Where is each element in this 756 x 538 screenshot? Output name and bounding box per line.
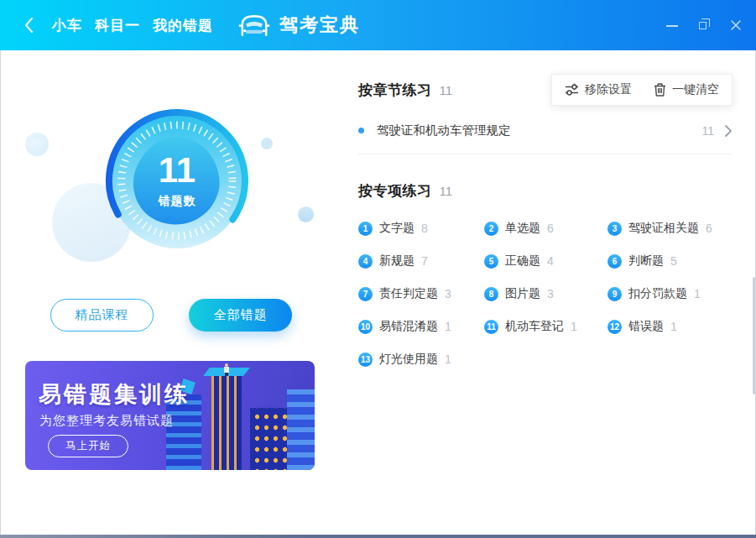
close-button[interactable] bbox=[729, 18, 743, 32]
special-section-count: 11 bbox=[440, 184, 453, 198]
gauge-readout: 11 错题数 bbox=[102, 106, 252, 255]
special-item-registration[interactable]: 11 机动车登记 1 bbox=[484, 319, 607, 334]
back-button[interactable] bbox=[12, 17, 45, 34]
number-badge: 13 bbox=[358, 353, 373, 367]
special-item-lights[interactable]: 13 灯光使用题 1 bbox=[358, 352, 484, 367]
banner-subtitle: 为您整理考友易错试题 bbox=[39, 413, 174, 429]
special-item-count: 3 bbox=[445, 287, 451, 300]
all-wrong-questions-button[interactable]: 全部错题 bbox=[189, 299, 292, 332]
chevron-right-icon bbox=[724, 124, 733, 138]
sliders-icon bbox=[565, 83, 579, 97]
bullet-dot-icon bbox=[358, 128, 364, 133]
decorative-bubble bbox=[261, 138, 273, 149]
menu-item-vehicle[interactable]: 小车 bbox=[52, 16, 82, 35]
promo-banner[interactable]: 易错题集训练 为您整理考友易错试题 马上开始 bbox=[25, 361, 315, 470]
special-item-label: 灯光使用题 bbox=[379, 352, 438, 367]
special-section-header: 按专项练习 11 bbox=[358, 181, 733, 201]
special-item-count: 4 bbox=[547, 254, 554, 268]
special-item-count: 6 bbox=[706, 222, 712, 235]
special-item-new-rules[interactable]: 4 新规题 7 bbox=[358, 253, 484, 269]
number-badge: 2 bbox=[484, 222, 498, 236]
decorative-bubble bbox=[298, 206, 314, 222]
number-badge: 8 bbox=[484, 287, 498, 301]
close-icon bbox=[729, 18, 743, 32]
special-item-count: 5 bbox=[670, 254, 677, 268]
number-badge: 6 bbox=[607, 254, 622, 269]
premium-courses-button[interactable]: 精品课程 bbox=[50, 299, 154, 332]
wrong-count-label: 错题数 bbox=[159, 194, 196, 209]
trash-icon bbox=[654, 83, 666, 97]
remove-settings-button[interactable]: 移除设置 bbox=[565, 82, 632, 97]
chapter-section-header: 按章节练习 11 移除设置 bbox=[358, 74, 733, 106]
actions-card: 移除设置 一键清空 bbox=[551, 74, 733, 106]
special-item-picture[interactable]: 8 图片题 3 bbox=[484, 286, 607, 301]
chapter-row[interactable]: 驾驶证和机动车管理规定 11 bbox=[358, 123, 733, 154]
chapter-label: 驾驶证和机动车管理规定 bbox=[377, 123, 511, 138]
special-item-label: 图片题 bbox=[505, 286, 540, 301]
number-badge: 12 bbox=[607, 320, 622, 334]
banner-start-button[interactable]: 马上开始 bbox=[48, 435, 128, 457]
number-badge: 11 bbox=[484, 320, 498, 334]
special-item-count: 1 bbox=[670, 320, 677, 333]
special-item-label: 驾驶证相关题 bbox=[628, 221, 699, 236]
number-badge: 7 bbox=[358, 287, 373, 301]
special-item-penalty[interactable]: 9 扣分罚款题 1 bbox=[607, 286, 733, 301]
special-item-judgment[interactable]: 6 判断题 5 bbox=[607, 253, 733, 269]
number-badge: 1 bbox=[358, 222, 373, 236]
special-item-count: 1 bbox=[694, 287, 701, 300]
remove-settings-label: 移除设置 bbox=[585, 82, 632, 97]
special-item-count: 8 bbox=[421, 222, 428, 235]
banner-building bbox=[250, 408, 287, 470]
titlebar-menu: 小车 科目一 我的错题 bbox=[52, 16, 213, 35]
special-item-label: 扣分罚款题 bbox=[628, 286, 687, 301]
clear-all-button[interactable]: 一键清空 bbox=[654, 82, 719, 97]
minimize-icon bbox=[666, 25, 678, 27]
window-controls bbox=[665, 0, 743, 50]
banner-title: 易错题集训练 bbox=[39, 379, 190, 410]
car-logo-icon bbox=[237, 13, 272, 38]
special-item-label: 错误题 bbox=[628, 319, 664, 334]
special-item-count: 3 bbox=[547, 287, 554, 300]
special-item-label: 判断题 bbox=[628, 253, 664, 269]
titlebar: 小车 科目一 我的错题 驾考宝典 bbox=[0, 0, 756, 50]
number-badge: 5 bbox=[484, 254, 498, 269]
special-item-count: 1 bbox=[571, 320, 577, 333]
special-item-wrong[interactable]: 12 错误题 1 bbox=[607, 319, 733, 334]
app-window: 小车 科目一 我的错题 驾考宝典 bbox=[0, 0, 756, 538]
window-bottom-edge bbox=[0, 535, 756, 538]
special-item-count: 6 bbox=[547, 222, 554, 235]
right-panel: 按章节练习 11 移除设置 bbox=[358, 50, 756, 535]
special-item-text-questions[interactable]: 1 文字题 8 bbox=[358, 221, 484, 236]
restore-button[interactable] bbox=[697, 18, 711, 32]
special-item-label: 新规题 bbox=[379, 253, 414, 269]
menu-item-subject[interactable]: 科目一 bbox=[95, 16, 140, 35]
special-item-license-related[interactable]: 3 驾驶证相关题 6 bbox=[607, 221, 733, 236]
special-item-label: 文字题 bbox=[379, 221, 414, 236]
special-item-single-choice[interactable]: 2 单选题 6 bbox=[484, 221, 607, 236]
special-practice-grid: 1 文字题 8 2 单选题 6 3 驾驶证相关题 6 4 新规题 7 bbox=[358, 221, 733, 367]
chapter-section-title: 按章节练习 bbox=[358, 81, 432, 100]
number-badge: 4 bbox=[358, 254, 373, 269]
special-item-label: 单选题 bbox=[505, 221, 540, 236]
main-content: 11 错题数 精品课程 全部错题 易错题集训练 为您整理考友易错试题 马上 bbox=[0, 50, 756, 535]
banner-building bbox=[211, 374, 242, 470]
scrollbar-thumb[interactable] bbox=[753, 277, 755, 394]
special-item-count: 7 bbox=[421, 254, 428, 268]
menu-item-my-mistakes[interactable]: 我的错题 bbox=[153, 16, 213, 35]
special-item-liability[interactable]: 7 责任判定题 3 bbox=[358, 286, 484, 301]
banner-building bbox=[287, 389, 315, 470]
special-item-correct[interactable]: 5 正确题 4 bbox=[484, 253, 607, 269]
special-item-label: 易错混淆题 bbox=[379, 319, 438, 334]
chapter-count: 11 bbox=[701, 124, 714, 138]
special-item-confusing[interactable]: 10 易错混淆题 1 bbox=[358, 319, 484, 334]
special-section-title: 按专项练习 bbox=[358, 181, 432, 201]
chevron-left-icon bbox=[23, 17, 34, 34]
left-panel: 11 错题数 精品课程 全部错题 易错题集训练 为您整理考友易错试题 马上 bbox=[0, 50, 358, 535]
wrong-count-gauge: 11 错题数 bbox=[102, 106, 252, 255]
number-badge: 9 bbox=[607, 287, 622, 301]
number-badge: 10 bbox=[358, 320, 373, 334]
banner-person-figure bbox=[224, 363, 229, 376]
restore-icon bbox=[699, 22, 706, 29]
special-item-label: 机动车登记 bbox=[505, 319, 564, 334]
minimize-button[interactable] bbox=[665, 18, 679, 32]
